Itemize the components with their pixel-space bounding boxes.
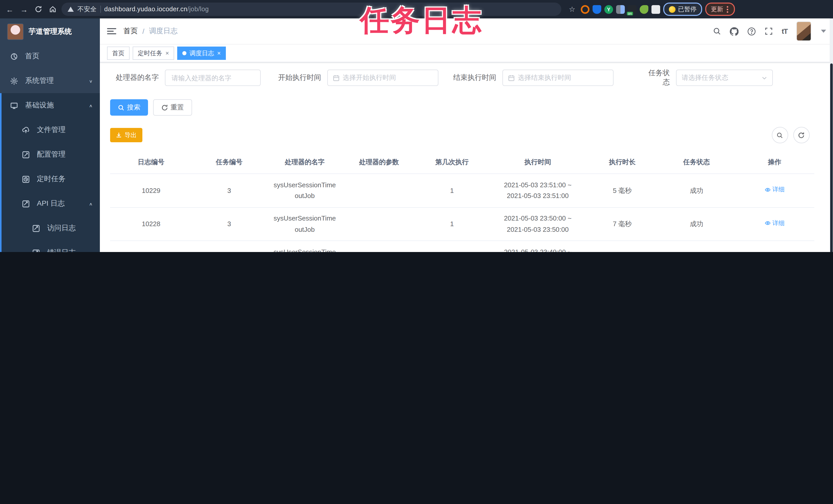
close-icon[interactable]: × <box>217 50 221 57</box>
bookmark-star-icon[interactable]: ☆ <box>566 4 578 15</box>
security-label[interactable]: 不安全 <box>77 5 97 14</box>
refresh-button[interactable] <box>793 127 809 143</box>
export-button[interactable]: 导出 <box>110 128 142 142</box>
extension-icon-2[interactable] <box>593 5 601 14</box>
address-bar[interactable]: 不安全 dashboard.yudao.iocoder.cn/job/log <box>62 3 561 16</box>
extensions-puzzle-icon[interactable] <box>651 5 660 14</box>
detail-link[interactable]: 详细 <box>765 218 785 228</box>
cell-count: 1 <box>415 185 489 196</box>
app-title: 芋道管理系统 <box>29 27 72 36</box>
chevron-down-icon: ∨ <box>89 79 93 83</box>
font-size-icon[interactable]: tT <box>782 27 787 35</box>
reload-icon[interactable] <box>33 4 44 15</box>
extension-icon-4[interactable] <box>616 5 625 14</box>
timer-icon <box>22 175 30 183</box>
cell-time: 2021-05-03 23:50:00 ~2021-05-03 23:50:00 <box>489 213 587 235</box>
table-header-row: 日志编号任务编号处理器的名字处理器的参数第几次执行执行时间执行时长任务状态操作 <box>110 150 814 174</box>
table-row: 102283sysUserSessionTimeoutJob12021-05-0… <box>110 207 814 241</box>
back-icon[interactable]: ← <box>4 4 15 15</box>
forward-icon[interactable]: → <box>19 4 30 15</box>
cell-job-id: 3 <box>192 219 266 229</box>
status-select[interactable]: 请选择任务状态 <box>676 70 773 86</box>
cell-job-id: 3 <box>192 185 266 196</box>
tags-view-bar: 首页 定时任务 × 调度日志 × <box>100 45 833 62</box>
tab-home[interactable]: 首页 <box>107 47 129 60</box>
close-icon[interactable]: × <box>165 50 169 57</box>
search-button[interactable]: 搜索 <box>110 99 148 116</box>
column-header: 任务状态 <box>658 157 735 167</box>
extension-icon-5[interactable] <box>628 5 637 14</box>
begin-time-picker[interactable]: 选择开始执行时间 <box>327 70 438 86</box>
end-time-picker[interactable]: 选择结束执行时间 <box>502 70 614 86</box>
gear-icon <box>10 77 18 85</box>
edit-icon <box>22 151 30 158</box>
screen: ← → 不安全 dashboard.yudao.iocoder.cn/job/l… <box>0 0 833 252</box>
sidebar-item-system[interactable]: 系统管理 ∨ <box>0 69 100 93</box>
active-dot <box>182 51 186 55</box>
table-body: 102293sysUserSessionTimeoutJob12021-05-0… <box>110 174 814 252</box>
calendar-icon <box>333 74 339 81</box>
github-icon[interactable] <box>730 27 739 35</box>
column-header: 日志编号 <box>110 157 192 167</box>
user-menu-caret-icon[interactable] <box>821 30 826 33</box>
user-avatar[interactable] <box>796 22 811 41</box>
column-header: 第几次执行 <box>415 157 489 167</box>
sidebar-item-file[interactable]: 文件管理 <box>2 118 100 142</box>
column-header: 处理器的名字 <box>266 157 343 167</box>
collapse-menu-icon[interactable] <box>107 28 116 34</box>
handler-input-field[interactable] <box>170 73 255 82</box>
profile-paused-pill[interactable]: 已暂停 <box>663 3 702 16</box>
help-icon[interactable] <box>747 27 756 35</box>
search-icon[interactable] <box>713 27 721 35</box>
handler-input[interactable] <box>165 70 261 86</box>
chrome-update-button[interactable]: 更新 <box>705 3 735 16</box>
sidebar-item-error-log[interactable]: 错误日志 <box>2 241 100 252</box>
sidebar-logo[interactable]: 芋道管理系统 <box>0 19 100 44</box>
sidebar-item-home[interactable]: 首页 <box>0 44 100 69</box>
cell-action: 详细 <box>735 185 814 196</box>
sidebar-item-job[interactable]: 定时任务 <box>2 167 100 192</box>
breadcrumb-home[interactable]: 首页 <box>123 27 138 36</box>
fullscreen-icon[interactable] <box>765 27 773 35</box>
tab-job[interactable]: 定时任务 × <box>133 47 174 60</box>
detail-link[interactable]: 详细 <box>765 185 785 195</box>
status-label: 任务状态 <box>642 69 670 87</box>
toolbar-row: 导出 <box>110 127 824 143</box>
page-scrollbar[interactable] <box>829 19 833 252</box>
cell-action: 详细 <box>735 218 814 230</box>
chevron-up-icon: ∧ <box>89 201 93 206</box>
scrollbar-thumb[interactable] <box>830 64 832 252</box>
extension-icon-6[interactable] <box>640 5 648 14</box>
dashboard-icon <box>10 52 18 60</box>
tab-job-log[interactable]: 调度日志 × <box>177 47 226 60</box>
column-header: 处理器的参数 <box>343 157 415 167</box>
cell-status: 成功 <box>658 185 735 196</box>
sidebar-item-config[interactable]: 配置管理 <box>2 142 100 167</box>
table-row: 102273sysUserSessionTimeoutJob12021-05-0… <box>110 241 814 252</box>
table-row: 102293sysUserSessionTimeoutJob12021-05-0… <box>110 174 814 207</box>
breadcrumb: 首页 / 调度日志 <box>123 27 178 36</box>
sidebar-item-infrastructure[interactable]: 基础设施 ∧ <box>2 93 100 118</box>
extension-icon-3[interactable]: Y <box>604 5 613 14</box>
sidebar-item-access-log[interactable]: 访问日志 <box>2 216 100 241</box>
extension-icon-1[interactable] <box>581 5 590 14</box>
cell-log-id: 10229 <box>110 185 192 196</box>
security-warning-icon[interactable] <box>68 7 74 12</box>
sidebar: 芋道管理系统 首页 系统管理 ∨ 基础设施 ∧ <box>0 19 100 252</box>
detail-link[interactable]: 详细 <box>765 252 785 252</box>
toggle-search-button[interactable] <box>771 127 788 143</box>
url-text[interactable]: dashboard.yudao.iocoder.cn/job/log <box>104 6 209 13</box>
cell-handler: sysUserSessionTimeoutJob <box>266 180 343 202</box>
access-log-icon <box>32 224 40 232</box>
status-placeholder: 请选择任务状态 <box>682 73 759 82</box>
reset-button[interactable]: 重置 <box>153 99 192 116</box>
api-log-icon <box>22 200 30 207</box>
column-header: 执行时间 <box>489 157 587 167</box>
error-log-icon <box>32 249 40 252</box>
browser-menu-icon[interactable] <box>727 6 728 12</box>
sidebar-item-api-log[interactable]: API 日志 ∧ <box>2 192 100 216</box>
end-time-label: 结束执行时间 <box>453 73 496 82</box>
home-icon[interactable] <box>47 4 58 15</box>
form-actions: 搜索 重置 <box>110 99 824 116</box>
table-tools <box>771 127 809 143</box>
